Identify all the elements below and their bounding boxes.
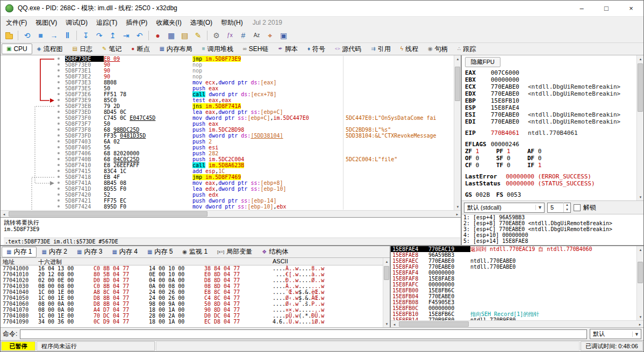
step-over-button[interactable]: ↷ <box>92 30 106 42</box>
tab-breakpoints[interactable]: ●断点 <box>126 44 154 54</box>
scroll-up-arrow[interactable]: ▴ <box>637 246 644 253</box>
stack-row[interactable]: 15E8FAF815E8FAE8 <box>391 276 636 282</box>
register-row[interactable]: EBP15E8FB10 <box>465 97 636 104</box>
dump-row[interactable]: 770410501C 00 1E 00D8 8B 04 7724 00 26 0… <box>1 295 383 301</box>
scroll-track[interactable] <box>454 62 461 203</box>
menu-item[interactable]: 插件(P) <box>121 17 152 29</box>
hide-fpu-button[interactable]: 隐藏FPU <box>465 57 500 67</box>
scroll-track[interactable] <box>637 253 643 313</box>
disasm-row[interactable]: 5D8F741A8B45 08mov eax,dword ptr ss:[ebp… <box>1 180 454 186</box>
minimize-button[interactable]: – <box>569 1 594 17</box>
dump-row[interactable]: 7704100016 04 13 00C0 8B 04 7714 00 10 0… <box>1 265 383 271</box>
scroll-thumb[interactable] <box>384 266 389 280</box>
command-input[interactable] <box>20 329 587 339</box>
stack-row[interactable]: 15E8FAF400000000 <box>391 270 636 276</box>
disassembly-vertical-scrollbar[interactable]: ▴ ▾ <box>454 55 461 210</box>
stack-row[interactable]: 15E8FAEC770EABE0ntdll.770EABE0 <box>391 258 636 264</box>
trace-back-button[interactable]: ↶ <box>133 30 146 42</box>
stack-row[interactable]: 15E8FB0C00000000 <box>391 305 636 311</box>
menu-item[interactable]: 帮助(H) <box>217 17 247 29</box>
disasm-row[interactable]: 5D8F7421FF75 ECpush dword ptr ss:[ebp-14… <box>1 198 454 204</box>
patches-button[interactable]: # <box>237 30 250 42</box>
dump-row[interactable]: 7704106008 00 0A 00D8 8B 04 7798 00 9A 0… <box>1 301 383 307</box>
register-row[interactable]: LastStatus00000000 (STATUS_SUCCESS) <box>465 180 636 187</box>
tab-source[interactable]: <>源代码 <box>330 44 366 54</box>
tab-references[interactable]: ⇉引用 <box>366 44 395 54</box>
close-button[interactable]: × <box>619 1 643 17</box>
tab-symbols[interactable]: ♦符号 <box>303 44 330 54</box>
register-row[interactable]: EAX007C6000 <box>465 69 636 76</box>
disasm-row[interactable]: 5D8F73E550push eax <box>1 85 454 91</box>
register-row[interactable]: ECX770EABE0<ntdll.DbgUiRemoteBreakin> <box>465 83 636 90</box>
strings-button[interactable]: Az <box>250 30 263 42</box>
disassembly-horizontal-scrollbar[interactable]: ◂ ▸ <box>1 210 461 217</box>
register-row[interactable]: EDI770EABE0<ntdll.DbgUiRemoteBreakin> <box>465 118 636 125</box>
argument-row[interactable]: 1: [esp+4] 96A59BB3 <box>463 214 643 220</box>
disasm-row[interactable]: 5D8F73F750push eax <box>1 121 454 127</box>
step-out-button[interactable]: ↥ <box>106 30 119 42</box>
menu-item[interactable]: 调试(D) <box>61 17 92 29</box>
scroll-up-arrow[interactable]: ▴ <box>383 258 390 265</box>
disasm-row[interactable]: 5D8F73DEEB 09jmp im.5D8F73E9 <box>1 56 454 62</box>
menu-item[interactable]: 追踪(T) <box>92 17 121 29</box>
calling-convention-select[interactable]: 默认 (stdcall) ▼ <box>464 203 545 213</box>
stack-row[interactable]: 15E8FAFC00000000 <box>391 282 636 288</box>
disasm-row[interactable]: 5D8F73E985C0test eax,eax <box>1 97 454 103</box>
run-button[interactable]: → <box>47 30 61 42</box>
argument-count-stepper[interactable]: 5 ▲▼ <box>547 203 571 213</box>
disasm-row[interactable]: 5D8F73E290nop <box>1 74 454 80</box>
memory-dump-table[interactable]: 地址 十六进制 ASCII 7704100016 04 13 00C0 8B 0… <box>1 258 383 327</box>
registers-view[interactable]: 隐藏FPU EAX007C6000EBX00000000ECX770EABE0<… <box>462 55 636 200</box>
dump-row[interactable]: 770410401C 00 1E 00A8 8C 04 7724 00 26 0… <box>1 289 383 295</box>
open-file-button[interactable] <box>2 30 16 42</box>
tab-graph[interactable]: ◈流程图 <box>32 44 68 54</box>
menu-item[interactable]: 收藏夹(I) <box>152 17 185 29</box>
argument-row[interactable]: 2: [esp+8] 770EABE0 <ntdll.DbgUiRemoteBr… <box>463 220 643 226</box>
dump-vertical-scrollbar[interactable]: ▴ ▾ <box>383 258 390 327</box>
run-to-cursor-button[interactable]: ⇥ <box>119 30 133 42</box>
scroll-track[interactable] <box>383 265 390 320</box>
scroll-down-arrow[interactable]: ▾ <box>383 320 390 327</box>
argument-row[interactable]: 4: [esp+10] 00000000 <box>463 232 643 238</box>
stack-vertical-scrollbar[interactable]: ▴ ▾ <box>636 246 643 320</box>
scroll-thumb[interactable] <box>455 67 460 101</box>
dump-row[interactable]: 770410801C 00 1E 0070 DC 04 7728 00 2A 0… <box>1 313 383 319</box>
tab-notes[interactable]: ✎笔记 <box>97 44 126 54</box>
disasm-row[interactable]: 5D8F73EB79 2Djns im.5D8F741A <box>1 103 454 109</box>
tab-memory-map[interactable]: ▦内存布局 <box>154 44 197 54</box>
flags-row[interactable]: GS 002BFS 0053 <box>465 191 636 198</box>
disasm-row[interactable]: 5D8F740668 82020000push 282 <box>1 150 454 156</box>
pause-button[interactable]: ‖ <box>61 30 74 42</box>
tab-threads[interactable]: ϟ线程 <box>396 44 423 54</box>
disasm-row[interactable]: 5D8F742052push edx <box>1 192 454 198</box>
disasm-row[interactable]: 5D8F73E6FF51 78call dword ptr ds:[ecx+78… <box>1 91 454 97</box>
memory-map-button[interactable]: ▦ <box>164 30 178 42</box>
stack-row[interactable]: 15E8FB08F45905E3 <box>391 299 636 305</box>
dump-row[interactable]: 7704109034 00 36 000C D9 04 7718 00 1A 0… <box>1 319 383 325</box>
stack-row[interactable]: 15E8FB0015E8FB6C <box>391 288 636 293</box>
scroll-up-arrow[interactable]: ▴ <box>637 55 644 62</box>
scroll-track[interactable] <box>8 211 454 217</box>
registers-vertical-scrollbar[interactable]: ▴ ▾ <box>636 55 643 200</box>
disasm-row[interactable]: 5D8F73E190nop <box>1 68 454 74</box>
tab-log[interactable]: ▤日志 <box>68 44 97 54</box>
scroll-thumb[interactable] <box>399 321 469 327</box>
tab-memory-5[interactable]: ▦内存 5 <box>142 247 177 257</box>
scroll-down-arrow[interactable]: ▾ <box>637 313 644 320</box>
stack-row[interactable]: 15E8FAF0770EABE0ntdll.770EABE0 <box>391 264 636 270</box>
tab-watch-1[interactable]: ◉监视 1 <box>177 247 212 257</box>
windows-button[interactable]: ▣ <box>277 30 290 42</box>
disasm-row[interactable]: 5D8F740B68 04C0C25Dpush im.5DC2C0045DC2C… <box>1 156 454 162</box>
stack-horizontal-scrollbar[interactable]: ◂ ▸ <box>391 320 643 327</box>
flags-row[interactable]: ZF 1PF 1AF 0 <box>465 148 636 155</box>
register-row[interactable]: EDX770EABE0<ntdll.DbgUiRemoteBreakin> <box>465 90 636 97</box>
disassembly-view[interactable]: 5D8F73DEEB 09jmp im.5D8F73E95D8F73E090no… <box>1 55 454 210</box>
register-row[interactable]: ESI770EABE0<ntdll.DbgUiRemoteBreakin> <box>465 111 636 118</box>
scroll-track[interactable] <box>398 321 636 327</box>
command-profile-select[interactable]: 默认 ▼ <box>590 329 641 339</box>
disasm-row[interactable]: 5D8F7410E8 26EEFAFFcall im.5D8A623B <box>1 162 454 168</box>
tab-locals[interactable]: [x=]局部变量 <box>212 247 257 257</box>
argument-row[interactable]: 5: [esp+14] 15E8FAE8 <box>463 238 643 244</box>
menu-item[interactable]: 选项(O) <box>186 17 217 29</box>
stepper-down-icon[interactable]: ▼ <box>564 207 570 212</box>
